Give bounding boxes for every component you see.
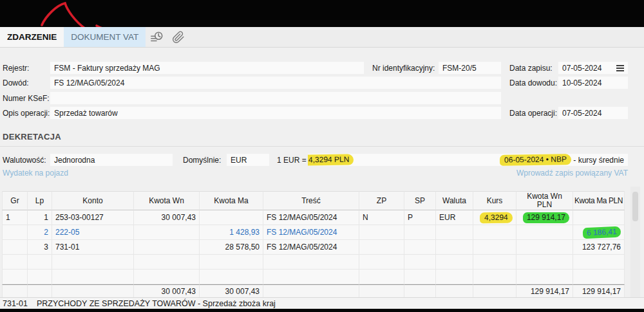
data-dowodu-field[interactable]: 10-05-2024 [558, 77, 628, 89]
column-header-tre[interactable]: Treść [263, 191, 359, 210]
data-zapisu-field[interactable]: 07-05-2024 [558, 62, 628, 74]
table-row[interactable] [2, 270, 625, 284]
cell-konto[interactable]: 731-01 [52, 240, 134, 255]
opis-operacji-field[interactable]: Sprzedaż towarów [50, 107, 501, 119]
column-header-kwota-wn-pln[interactable]: Kwota Wn PLN [516, 191, 573, 210]
cell-gr[interactable]: 1 [2, 210, 28, 225]
table-row[interactable]: 3731-0128 578,50FS 12/MAG/05/2024123 727… [2, 240, 625, 255]
cell-kwota-wn[interactable] [134, 270, 200, 284]
cell-sp[interactable] [404, 270, 436, 284]
cell-tre[interactable] [263, 270, 359, 284]
cell-zp[interactable] [359, 284, 404, 297]
cell-gr[interactable] [2, 225, 28, 240]
table-row[interactable]: 2222-051 428,93FS 12/MAG/05/20246 186,41 [2, 225, 625, 240]
column-header-waluta[interactable]: Waluta [436, 191, 473, 210]
domyslnie-field[interactable]: EUR [227, 154, 269, 166]
cell-kwota-ma[interactable] [200, 210, 263, 225]
cell-kwota-wn[interactable] [134, 255, 200, 270]
cell-kwota-ma[interactable]: 1 428,93 [200, 225, 263, 240]
cell-sp[interactable] [404, 255, 436, 270]
cell-kwota-wn-pln[interactable]: 129 914,17 [516, 284, 573, 297]
rejestr-field[interactable]: FSM - Faktury sprzedaży MAG [50, 62, 364, 74]
cell-kwota-ma-pln[interactable]: 129 914,17 [573, 284, 625, 297]
cell-kwota-ma-pln[interactable]: 6 186,41 [573, 225, 625, 240]
cell-tre[interactable] [263, 284, 359, 297]
cell-kwota-wn[interactable] [134, 225, 200, 240]
cell-kwota-ma[interactable] [200, 270, 263, 284]
cell-kurs[interactable] [473, 284, 516, 297]
cell-konto[interactable]: 222-05 [52, 225, 134, 240]
wprowadz-zapis-vat-link[interactable]: Wprowadź zapis powiązany VAT [516, 169, 628, 178]
column-header-konto[interactable]: Konto [52, 191, 134, 210]
cell-konto[interactable] [52, 270, 134, 284]
cell-kurs[interactable] [473, 240, 516, 255]
cell-kwota-wn-pln[interactable] [516, 255, 573, 270]
cell-tre[interactable]: FS 12/MAG/05/2024 [263, 210, 359, 225]
cell-kwota-ma[interactable]: 30 007,43 [200, 284, 263, 297]
cell-sp[interactable] [404, 240, 436, 255]
cell-waluta[interactable] [436, 240, 473, 255]
menu-icon[interactable] [616, 64, 624, 73]
paperclip-icon[interactable] [167, 27, 189, 47]
cell-kwota-ma-pln[interactable]: 123 727,76 [573, 240, 625, 255]
cell-gr[interactable] [2, 270, 28, 284]
cell-tre[interactable]: FS 12/MAG/05/2024 [263, 240, 359, 255]
cell-lp[interactable]: 3 [28, 240, 52, 255]
column-header-sp[interactable]: SP [404, 191, 436, 210]
table-row[interactable] [2, 255, 625, 270]
cell-tre[interactable]: FS 12/MAG/05/2024 [263, 225, 359, 240]
tab-zdarzenie[interactable]: ZDARZENIE [0, 27, 64, 47]
cell-kurs[interactable] [473, 255, 516, 270]
cell-kwota-ma-pln[interactable] [573, 210, 625, 225]
vertical-scrollbar[interactable] [630, 187, 640, 297]
history-icon[interactable] [146, 27, 167, 47]
cell-zp[interactable] [359, 255, 404, 270]
cell-konto[interactable]: 253-03-00127 [52, 210, 134, 225]
cell-zp[interactable] [359, 225, 404, 240]
cell-kwota-wn[interactable]: 30 007,43 [134, 284, 200, 297]
cell-lp[interactable]: 2 [28, 225, 52, 240]
cell-tre[interactable] [263, 255, 359, 270]
cell-gr[interactable] [2, 284, 28, 297]
column-header-kwota-wn[interactable]: Kwota Wn [134, 191, 200, 210]
cell-sp[interactable] [404, 284, 436, 297]
cell-waluta[interactable] [436, 270, 473, 284]
scrollbar-thumb[interactable] [632, 192, 638, 221]
cell-kwota-wn-pln[interactable] [516, 270, 573, 284]
column-header-kwota-ma[interactable]: Kwota Ma [200, 191, 263, 210]
data-operacji-field[interactable]: 07-05-2024 [558, 107, 628, 119]
cell-konto[interactable] [52, 284, 134, 297]
cell-lp[interactable] [28, 270, 52, 284]
cell-kwota-ma-pln[interactable] [573, 255, 625, 270]
cell-kwota-wn-pln[interactable]: 129 914,17 [516, 210, 573, 225]
cell-sp[interactable]: P [404, 210, 436, 225]
cell-zp[interactable] [359, 270, 404, 284]
wydatek-na-pojazd-link[interactable]: Wydatek na pojazd [3, 169, 68, 178]
cell-waluta[interactable] [436, 284, 473, 297]
cell-lp[interactable] [28, 255, 52, 270]
cell-kwota-wn-pln[interactable] [516, 240, 573, 255]
cell-kwota-wn-pln[interactable] [516, 225, 573, 240]
tab-dokument-vat[interactable]: DOKUMENT VAT [64, 27, 146, 47]
column-header-kurs[interactable]: Kurs [473, 191, 516, 210]
column-header-gr[interactable]: Gr [2, 191, 28, 210]
cell-kwota-wn[interactable]: 30 007,43 [134, 210, 200, 225]
cell-kwota-ma[interactable]: 28 578,50 [200, 240, 263, 255]
cell-gr[interactable] [2, 255, 28, 270]
column-header-zp[interactable]: ZP [359, 191, 404, 210]
cell-kurs[interactable]: 4,3294 [473, 210, 516, 225]
cell-waluta[interactable] [436, 225, 473, 240]
rate-field[interactable]: 4,3294 PLN 06-05-2024 • NBP - kursy śred… [308, 154, 628, 166]
nr-identyfikacyjny-field[interactable]: FSM-20/5 [439, 62, 501, 74]
table-sum-row[interactable]: 30 007,4330 007,43129 914,17129 914,17 [2, 284, 625, 297]
cell-waluta[interactable] [436, 255, 473, 270]
cell-konto[interactable] [52, 255, 134, 270]
numer-ksef-field[interactable] [50, 92, 501, 104]
cell-kwota-ma-pln[interactable] [573, 270, 625, 284]
column-header-lp[interactable]: Lp [28, 191, 52, 210]
cell-waluta[interactable]: EUR [436, 210, 473, 225]
cell-kurs[interactable] [473, 270, 516, 284]
cell-kurs[interactable] [473, 225, 516, 240]
cell-gr[interactable] [2, 240, 28, 255]
walutowosc-field[interactable]: Jednorodna [50, 154, 173, 166]
